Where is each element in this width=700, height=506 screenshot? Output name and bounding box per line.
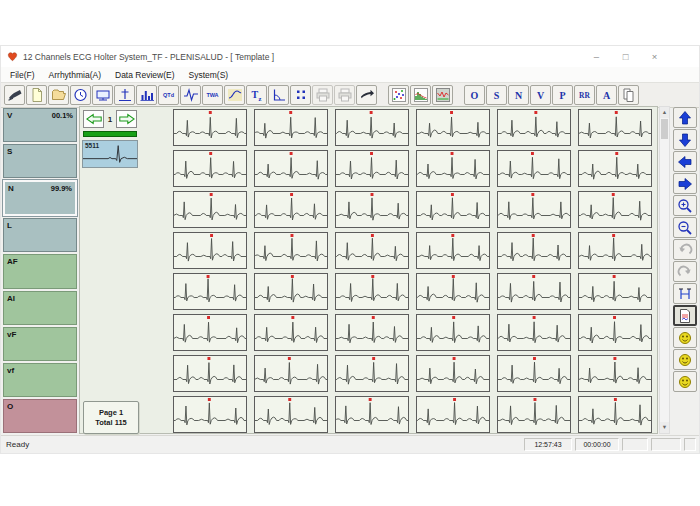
waveform-button[interactable] [180,85,201,105]
beat-cell[interactable] [578,109,652,146]
beat-cell[interactable] [335,273,409,310]
beat-cell[interactable] [497,273,571,310]
beat-cell[interactable] [497,355,571,392]
beat-cell[interactable] [254,396,328,433]
page-down-button[interactable] [673,129,697,150]
beat-cell[interactable] [497,232,571,269]
beat-cell[interactable] [254,232,328,269]
beat-cell[interactable] [578,232,652,269]
class-row-vf[interactable]: vF [3,327,77,361]
maximize-button[interactable]: □ [611,46,640,67]
beat-cell[interactable] [497,191,571,228]
beat-cell[interactable] [254,273,328,310]
page-left-button[interactable] [673,151,697,172]
angle-tool-button[interactable] [268,85,289,105]
class-a-button[interactable]: A [596,85,617,105]
class-rr-button[interactable]: RR [574,85,595,105]
beat-cell[interactable] [335,314,409,351]
beat-cell[interactable] [173,355,247,392]
menu-item-file[interactable]: File(F) [3,70,42,80]
class-row-ai[interactable]: AI [3,291,77,325]
class-row-v[interactable]: V00.1% [3,108,77,142]
new-file-button[interactable] [26,85,47,105]
next-template-button[interactable] [116,110,137,128]
beat-cell[interactable] [335,150,409,187]
template-view-button[interactable] [114,85,135,105]
page-right-button[interactable] [673,173,697,194]
beat-cell[interactable] [254,355,328,392]
beat-cell[interactable] [254,314,328,351]
pointer-tool-button[interactable] [4,85,25,105]
beat-cell[interactable] [335,355,409,392]
smiley-button-2[interactable] [673,349,697,370]
beat-cell[interactable] [173,232,247,269]
class-v-button[interactable]: V [530,85,551,105]
class-n-button[interactable]: N [508,85,529,105]
beat-cell[interactable] [578,150,652,187]
smiley-button-1[interactable] [673,327,697,348]
beat-cell[interactable] [497,314,571,351]
beat-cell[interactable] [416,109,490,146]
report-view-button[interactable] [673,305,697,326]
class-row-n[interactable]: N99.9% [3,180,77,216]
beat-cell[interactable] [173,191,247,228]
histogram-button[interactable] [136,85,157,105]
beat-cell[interactable] [497,109,571,146]
class-row-s[interactable]: S [3,144,77,178]
beat-cell[interactable] [173,150,247,187]
beat-cell[interactable] [578,396,652,433]
beat-cell[interactable] [416,273,490,310]
menu-item-arrhythmia[interactable]: Arrhythmia(A) [42,70,108,80]
beat-cell[interactable] [416,150,490,187]
beat-cell[interactable] [578,314,652,351]
zoom-in-button[interactable] [673,195,697,216]
class-s-button[interactable]: S [486,85,507,105]
menu-item-system[interactable]: System(S) [182,70,236,80]
trend-view-button[interactable] [432,85,453,105]
scroll-down-icon[interactable]: ▼ [660,422,669,433]
qtd-analysis-button[interactable]: QTd [158,85,179,105]
bed-view-button[interactable] [92,85,113,105]
scrollbar-thumb[interactable] [661,119,668,139]
scatter-plot-button[interactable] [388,85,409,105]
trend-histogram-button[interactable] [410,85,431,105]
beat-cell[interactable] [416,232,490,269]
export-button[interactable] [356,85,377,105]
beat-cell[interactable] [578,355,652,392]
beat-cell[interactable] [335,232,409,269]
open-file-button[interactable] [48,85,69,105]
menu-item-data-review[interactable]: Data Review(E) [108,70,182,80]
beat-cell[interactable] [335,191,409,228]
beat-cell[interactable] [254,109,328,146]
smiley-button-3[interactable] [673,371,697,392]
beat-cell[interactable] [416,396,490,433]
template-thumbnail[interactable]: 5511 [82,140,138,168]
prev-template-button[interactable] [83,110,104,128]
st-analysis-button[interactable] [224,85,245,105]
class-row-af[interactable]: AF [3,254,77,288]
twa-analysis-button[interactable]: TWA [202,85,223,105]
minimize-button[interactable]: – [582,46,611,67]
caliper-button[interactable] [673,283,697,304]
class-row-l[interactable]: L [3,218,77,252]
beat-cell[interactable] [416,314,490,351]
zoom-out-button[interactable] [673,217,697,238]
beat-cell[interactable] [497,150,571,187]
close-button[interactable]: × [640,46,669,67]
scroll-up-icon[interactable]: ▲ [660,107,669,118]
tz-analysis-button[interactable]: Tz [246,85,267,105]
time-review-button[interactable] [70,85,91,105]
beat-cell[interactable] [173,109,247,146]
beat-cell[interactable] [578,191,652,228]
class-row-o[interactable]: O [3,399,77,433]
beat-cell[interactable] [416,191,490,228]
class-row-vf[interactable]: vf [3,363,77,397]
beat-cell[interactable] [173,273,247,310]
class-p-button[interactable]: P [552,85,573,105]
beat-cell[interactable] [173,314,247,351]
beat-cell[interactable] [578,273,652,310]
class-o-button[interactable]: O [464,85,485,105]
beat-cell[interactable] [335,109,409,146]
beat-cell[interactable] [254,150,328,187]
beat-cell[interactable] [416,355,490,392]
